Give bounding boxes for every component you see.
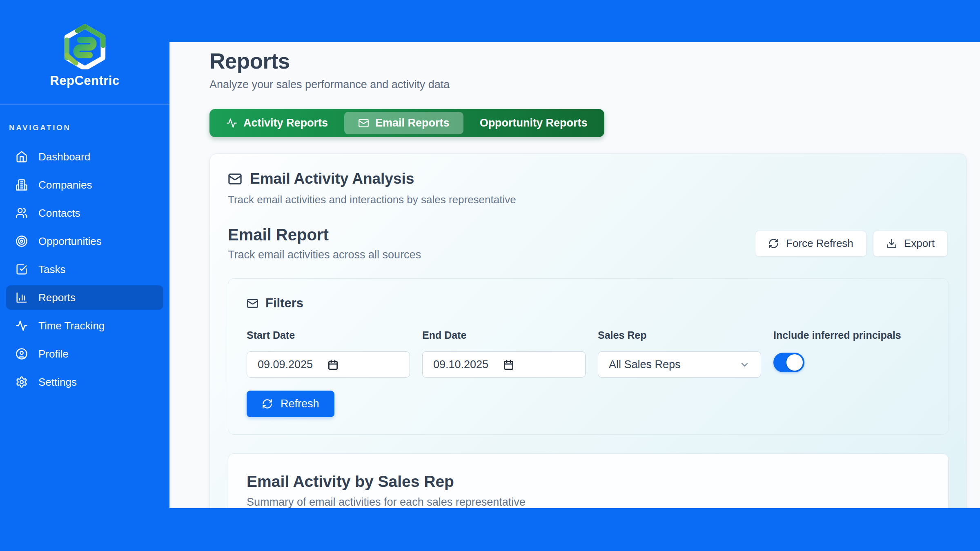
refresh-icon <box>262 398 273 409</box>
end-date-value: 09.10.2025 <box>433 358 488 371</box>
calendar-icon[interactable] <box>327 359 339 370</box>
logo-block: RepCentric <box>0 0 169 88</box>
sidebar-item-dashboard[interactable]: Dashboard <box>6 144 163 169</box>
email-activity-by-rep-card: Email Activity by Sales Rep Summary of e… <box>228 453 949 508</box>
force-refresh-label: Force Refresh <box>786 237 853 250</box>
sidebar-item-label: Reports <box>38 291 76 304</box>
chevron-down-icon <box>739 359 750 370</box>
sidebar: RepCentric NAVIGATION Dashboard Companie… <box>0 0 169 551</box>
start-date-input[interactable]: 09.09.2025 <box>247 351 410 378</box>
export-button[interactable]: Export <box>873 231 948 257</box>
sidebar-item-label: Time Tracking <box>38 320 105 332</box>
sidebar-item-label: Profile <box>38 348 69 360</box>
mail-icon <box>247 298 258 309</box>
gear-icon <box>16 376 28 388</box>
start-date-label: Start Date <box>247 329 410 341</box>
building-icon <box>16 179 28 191</box>
mail-icon <box>228 172 242 186</box>
sales-rep-value: All Sales Reps <box>609 358 681 371</box>
sidebar-item-label: Opportunities <box>38 235 102 248</box>
sidebar-item-settings[interactable]: Settings <box>6 370 163 394</box>
report-tabs: Activity Reports Email Reports Opportuni… <box>209 109 604 137</box>
tab-label: Email Reports <box>375 117 450 129</box>
sidebar-item-label: Tasks <box>38 263 65 276</box>
sidebar-item-reports[interactable]: Reports <box>6 285 163 310</box>
activity-icon <box>226 118 237 129</box>
main-content: Reports Analyze your sales performance a… <box>169 42 980 508</box>
tab-activity-reports[interactable]: Activity Reports <box>212 112 342 134</box>
user-circle-icon <box>16 348 28 360</box>
end-date-input[interactable]: 09.10.2025 <box>422 351 586 378</box>
sidebar-item-profile[interactable]: Profile <box>6 342 163 366</box>
bar-chart-icon <box>16 291 28 304</box>
end-date-group: End Date 09.10.2025 <box>422 329 586 378</box>
nav-section-label: NAVIGATION <box>9 123 169 132</box>
filters-card: Filters Start Date 09.09.2025 End Date 0… <box>228 278 949 435</box>
filters-title: Filters <box>265 296 303 311</box>
sidebar-item-companies[interactable]: Companies <box>6 173 163 197</box>
app-name: RepCentric <box>50 73 119 88</box>
refresh-icon <box>768 238 779 249</box>
include-inferred-label: Include inferred principals <box>773 329 930 341</box>
include-inferred-toggle[interactable] <box>773 353 804 372</box>
page-subtitle: Analyze your sales performance and activ… <box>209 78 980 91</box>
rep-card-title: Email Activity by Sales Rep <box>247 473 930 491</box>
rep-card-subtitle: Summary of email activities for each sal… <box>247 496 930 508</box>
sidebar-item-opportunities[interactable]: Opportunities <box>6 229 163 253</box>
section-subtitle: Track email activities and interactions … <box>228 193 949 206</box>
section-title: Email Activity Analysis <box>250 170 414 187</box>
start-date-value: 09.09.2025 <box>258 358 313 371</box>
report-subtitle: Track email activities across all source… <box>228 249 421 261</box>
force-refresh-button[interactable]: Force Refresh <box>755 231 866 257</box>
nav-list: Dashboard Companies Contacts Opportuniti… <box>0 144 169 394</box>
sales-rep-group: Sales Rep All Sales Reps <box>598 329 761 378</box>
download-icon <box>886 238 897 249</box>
sidebar-item-label: Dashboard <box>38 151 90 163</box>
target-icon <box>16 235 28 247</box>
email-report-heading: Email Report Track email activities acro… <box>228 226 421 261</box>
tab-opportunity-reports[interactable]: Opportunity Reports <box>466 112 601 134</box>
sidebar-divider <box>0 104 169 104</box>
sales-rep-label: Sales Rep <box>598 329 761 341</box>
sidebar-item-label: Companies <box>38 179 92 191</box>
export-label: Export <box>904 237 935 250</box>
tab-label: Opportunity Reports <box>480 117 588 129</box>
sidebar-item-label: Contacts <box>38 207 80 220</box>
mail-icon <box>358 118 369 129</box>
end-date-label: End Date <box>422 329 586 341</box>
start-date-group: Start Date 09.09.2025 <box>247 329 410 378</box>
users-icon <box>16 207 28 219</box>
check-square-icon <box>16 263 28 276</box>
tab-label: Activity Reports <box>243 117 328 129</box>
sidebar-item-time-tracking[interactable]: Time Tracking <box>6 313 163 338</box>
sidebar-item-contacts[interactable]: Contacts <box>6 201 163 225</box>
report-title: Email Report <box>228 226 421 244</box>
sales-rep-select[interactable]: All Sales Reps <box>598 351 761 378</box>
toggle-knob <box>786 354 803 371</box>
refresh-label: Refresh <box>281 398 319 410</box>
home-icon <box>16 151 28 163</box>
activity-icon <box>16 320 28 332</box>
repcentric-logo-icon <box>61 24 109 69</box>
refresh-button[interactable]: Refresh <box>247 391 334 417</box>
calendar-icon[interactable] <box>503 359 514 370</box>
include-inferred-group: Include inferred principals <box>773 329 930 378</box>
sidebar-item-tasks[interactable]: Tasks <box>6 257 163 282</box>
tab-email-reports[interactable]: Email Reports <box>344 112 463 134</box>
page-title: Reports <box>209 49 980 73</box>
sidebar-item-label: Settings <box>38 376 77 389</box>
email-activity-analysis-card: Email Activity Analysis Track email acti… <box>209 153 967 508</box>
